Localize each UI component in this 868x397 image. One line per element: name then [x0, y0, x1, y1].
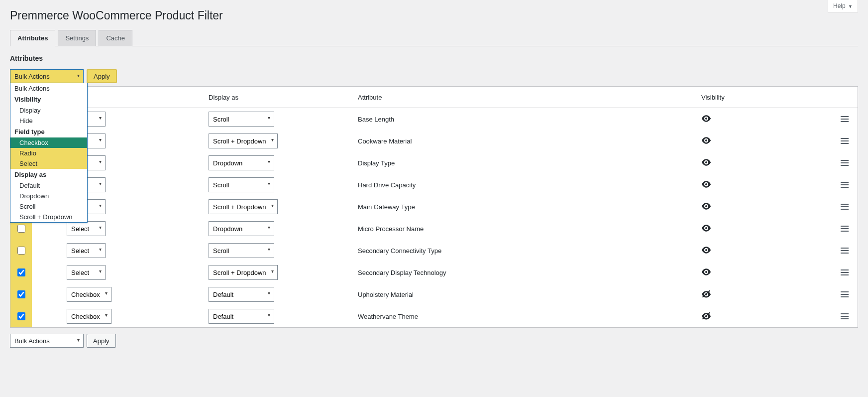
eye-icon[interactable] — [701, 204, 711, 211]
tab-attributes[interactable]: Attributes — [10, 30, 55, 46]
display-as-select[interactable]: Scroll + Dropdown — [209, 265, 278, 280]
bulk-option-select[interactable]: Select — [10, 158, 87, 169]
attribute-name: Main Gateway Type — [353, 196, 696, 218]
svg-rect-7 — [841, 143, 849, 144]
eye-icon[interactable] — [701, 226, 711, 233]
attribute-name: Secondary Display Technology — [353, 262, 696, 283]
help-toggle[interactable]: Help ▼ — [828, 0, 858, 12]
row-checkbox[interactable] — [17, 225, 25, 233]
bulk-group-display-as: Display as — [10, 169, 87, 180]
bulk-option-radio[interactable]: Radio — [10, 148, 87, 158]
svg-rect-15 — [841, 187, 849, 188]
tab-cache[interactable]: Cache — [99, 30, 132, 46]
display-as-select[interactable]: Scroll — [209, 177, 274, 192]
drag-handle-icon[interactable] — [841, 160, 849, 166]
attribute-name: Upholstery Material — [353, 283, 696, 305]
eye-icon[interactable] — [701, 116, 711, 124]
bulk-option-checkbox[interactable]: Checkbox — [10, 137, 87, 148]
drag-handle-icon[interactable] — [841, 248, 849, 254]
display-as-select[interactable]: Scroll — [209, 112, 274, 127]
display-as-select[interactable]: Scroll — [209, 243, 274, 258]
display-as-select[interactable]: Default — [209, 287, 274, 302]
svg-rect-18 — [841, 206, 849, 207]
svg-rect-35 — [841, 294, 849, 295]
bulk-option-scroll-dropdown[interactable]: Scroll + Dropdown — [10, 212, 87, 222]
svg-rect-5 — [841, 138, 849, 139]
bulk-option-scroll[interactable]: Scroll — [10, 201, 87, 212]
svg-rect-11 — [841, 165, 849, 166]
bulk-option-hide[interactable]: Hide — [10, 116, 87, 126]
field-type-select[interactable]: Checkbox — [67, 309, 111, 324]
column-visibility: Visibility — [696, 87, 836, 108]
display-as-select[interactable]: Scroll + Dropdown — [209, 133, 278, 148]
svg-rect-23 — [841, 231, 849, 232]
attributes-table: Display as Attribute Visibility ScrollBa… — [10, 86, 858, 328]
svg-rect-34 — [841, 291, 849, 292]
bulk-group-field-type: Field type — [10, 126, 87, 137]
svg-point-20 — [705, 227, 707, 229]
eye-icon[interactable] — [701, 160, 711, 167]
attribute-name: Display Type — [353, 152, 696, 174]
svg-rect-40 — [841, 316, 849, 317]
svg-rect-31 — [841, 274, 849, 275]
apply-button-top[interactable]: Apply — [87, 69, 117, 83]
drag-handle-icon[interactable] — [841, 116, 849, 122]
bulk-option-dropdown[interactable]: Dropdown — [10, 191, 87, 201]
drag-handle-icon[interactable] — [841, 313, 849, 319]
display-as-select[interactable]: Dropdown — [209, 221, 274, 236]
bulk-actions-select-top[interactable]: Bulk Actions — [10, 69, 84, 83]
drag-handle-icon[interactable] — [841, 204, 849, 210]
drag-handle-icon[interactable] — [841, 182, 849, 188]
bulk-option-default[interactable]: Default — [10, 180, 87, 191]
svg-rect-21 — [841, 226, 849, 227]
section-heading: Attributes — [10, 54, 858, 62]
drag-handle-icon[interactable] — [841, 138, 849, 144]
attribute-name: Secondary Connectivity Type — [353, 240, 696, 262]
attribute-name: Micro Processor Name — [353, 218, 696, 240]
svg-rect-10 — [841, 162, 849, 163]
svg-rect-19 — [841, 209, 849, 210]
eye-icon[interactable] — [701, 269, 711, 277]
svg-rect-3 — [841, 121, 849, 122]
field-type-select[interactable]: Checkbox — [67, 287, 111, 302]
svg-rect-6 — [841, 140, 849, 141]
bulk-actions-select-bottom[interactable]: Bulk Actions — [10, 334, 84, 348]
drag-handle-icon[interactable] — [841, 291, 849, 297]
svg-point-8 — [705, 161, 707, 163]
svg-rect-17 — [841, 204, 849, 205]
svg-point-4 — [705, 139, 707, 141]
tab-settings[interactable]: Settings — [58, 30, 96, 46]
field-type-select[interactable]: Select — [67, 243, 106, 258]
svg-point-24 — [705, 249, 707, 251]
field-type-select[interactable]: Select — [67, 221, 106, 236]
row-checkbox[interactable] — [17, 268, 25, 276]
row-checkbox[interactable] — [17, 290, 25, 298]
svg-point-12 — [705, 183, 707, 185]
display-as-select[interactable]: Default — [209, 309, 274, 324]
eye-off-icon[interactable] — [701, 292, 711, 299]
svg-point-0 — [705, 117, 707, 119]
display-as-select[interactable]: Scroll + Dropdown — [209, 199, 278, 214]
column-attribute: Attribute — [353, 87, 696, 108]
drag-handle-icon[interactable] — [841, 226, 849, 232]
svg-rect-9 — [841, 160, 849, 161]
svg-rect-13 — [841, 182, 849, 183]
row-checkbox[interactable] — [17, 312, 25, 320]
attribute-name: Base Length — [353, 108, 696, 131]
eye-icon[interactable] — [701, 248, 711, 255]
bulk-option-display[interactable]: Display — [10, 105, 87, 116]
eye-icon[interactable] — [701, 138, 711, 145]
eye-off-icon[interactable] — [701, 314, 711, 321]
svg-rect-41 — [841, 318, 849, 319]
column-drag — [836, 87, 858, 108]
eye-icon[interactable] — [701, 182, 711, 189]
svg-rect-39 — [841, 313, 849, 314]
field-type-select[interactable]: Select — [67, 265, 106, 280]
drag-handle-icon[interactable] — [841, 269, 849, 275]
row-checkbox[interactable] — [17, 247, 25, 255]
bulk-option-bulk-actions[interactable]: Bulk Actions — [10, 83, 87, 94]
bulk-actions-dropdown: Bulk Actions Visibility Display Hide Fie… — [10, 83, 88, 223]
attribute-name: Weathervane Theme — [353, 305, 696, 328]
apply-button-bottom[interactable]: Apply — [87, 334, 116, 348]
display-as-select[interactable]: Dropdown — [209, 155, 274, 170]
